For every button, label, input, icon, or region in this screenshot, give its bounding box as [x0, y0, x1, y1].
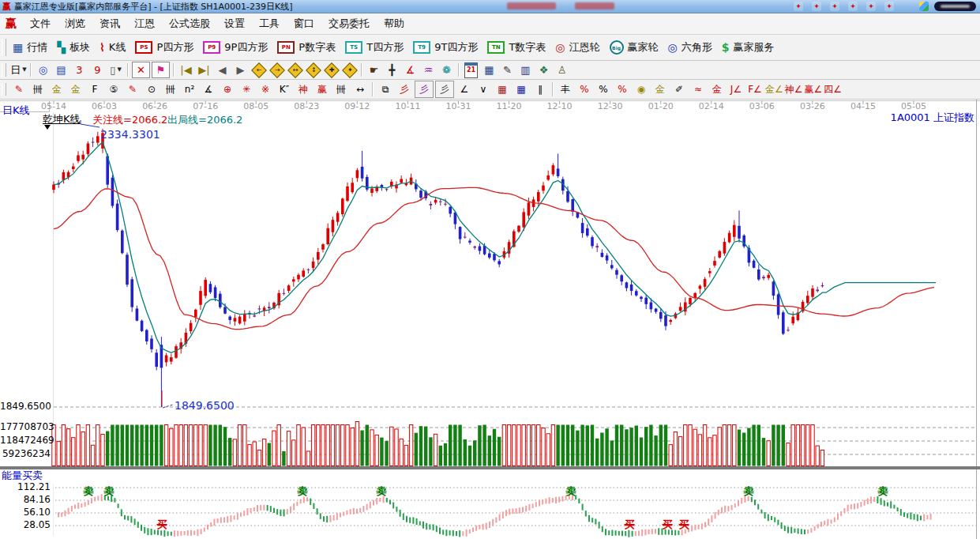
pen-one-icon[interactable]: ✐	[670, 81, 688, 97]
menu-窗口[interactable]: 窗口	[287, 15, 321, 32]
gann-diamond-cross-icon[interactable]: ✚	[323, 62, 340, 77]
toolbar-grip[interactable]	[2, 63, 6, 76]
fan-box2-icon[interactable]: 彡	[435, 81, 454, 98]
calendar-icon[interactable]: 21	[463, 62, 479, 77]
gann-diamond-right-icon[interactable]: →	[268, 62, 285, 77]
menu-公式选股[interactable]: 公式选股	[162, 15, 217, 32]
shen-angle-icon[interactable]: 神∠	[785, 81, 803, 97]
remote-user-icon[interactable]: ♙	[554, 62, 570, 77]
wave-tool-icon[interactable]: ♒	[420, 62, 437, 77]
titlebar-red-icon[interactable]: ✦	[866, 2, 876, 11]
qiankun-dropdown-arrow-icon[interactable]	[44, 125, 51, 130]
gann-diamond-star-icon[interactable]: ✦	[341, 62, 358, 77]
j-angle-icon[interactable]: J∠	[727, 81, 745, 97]
last-page-icon[interactable]: ▶|	[196, 62, 212, 77]
menu-资讯[interactable]: 资讯	[92, 15, 127, 32]
info-doc-icon[interactable]: ▤	[53, 62, 69, 77]
menu-帮助[interactable]: 帮助	[377, 15, 411, 32]
gann-diamond-lr-icon[interactable]: ↔	[287, 62, 303, 77]
notes-icon[interactable]: ✎	[499, 62, 516, 77]
box-range-icon[interactable]: ⧉	[377, 81, 394, 97]
crosshair-icon[interactable]: ╋	[384, 62, 400, 77]
trend-chart-icon[interactable]: ◎	[35, 62, 51, 77]
rice-grid-icon[interactable]: ※	[257, 81, 274, 97]
bars-9-icon[interactable]: 9	[89, 62, 106, 77]
winner-service-button[interactable]: $赢家服务	[719, 37, 781, 58]
gann-fan-icon[interactable]: 彡	[396, 81, 413, 97]
kline-button[interactable]: ⌇K线	[96, 37, 132, 58]
menu-工具[interactable]: 工具	[252, 15, 287, 32]
angle-measure-icon[interactable]: ∡	[402, 62, 419, 77]
gold-circle-icon[interactable]: ◉	[633, 81, 650, 97]
menu-交易委托[interactable]: 交易委托	[321, 15, 377, 32]
percent-line-icon[interactable]: %	[576, 81, 593, 97]
p9-square-button[interactable]: P99P四方形	[200, 37, 274, 58]
titlebar-red-icon[interactable]: ✦	[812, 2, 821, 11]
titlebar-status-pill[interactable]	[934, 2, 976, 11]
five-cycle-icon[interactable]: ⑤	[105, 81, 122, 97]
page-back-icon[interactable]: ◀	[214, 62, 231, 77]
grid-fill-icon[interactable]: ▦	[494, 81, 511, 97]
tab-day-kline[interactable]: 日K线	[2, 104, 30, 118]
n-squared-icon[interactable]: n²	[181, 81, 198, 97]
menu-设置[interactable]: 设置	[217, 15, 252, 32]
network-icon[interactable]: ❖	[535, 62, 552, 77]
titlebar-red-icon[interactable]: ✦	[794, 2, 803, 11]
angle-mirror-icon[interactable]: ∡	[200, 81, 217, 97]
grid-lines-icon[interactable]: 卌	[29, 81, 47, 97]
bars-3-icon[interactable]: 3	[71, 62, 88, 77]
t9-square-button[interactable]: T99T四方形	[410, 37, 484, 58]
gann-wheel-button[interactable]: ◎江恩轮	[552, 37, 606, 58]
period-day-dropdown[interactable]: 日▼	[10, 62, 27, 77]
hexagon-button[interactable]: ◎六角形	[665, 37, 719, 58]
flag-tool-icon[interactable]: ⚑	[152, 62, 170, 78]
toolbar-grip[interactable]	[2, 39, 6, 56]
gann-bars-icon[interactable]: 丰	[557, 81, 574, 97]
hand-tool-icon[interactable]: ☛	[366, 62, 382, 77]
percent-eq-icon[interactable]: %	[614, 81, 631, 97]
winner-wheel-button[interactable]: Big赢家轮	[606, 37, 665, 58]
menu-文件[interactable]: 文件	[23, 15, 58, 32]
v-wave-icon[interactable]: ∨	[475, 81, 492, 97]
save-icon[interactable]: ▥	[517, 62, 534, 77]
percent-icon[interactable]: %	[595, 81, 612, 97]
sector-blocks-button[interactable]: ▚板块	[54, 37, 96, 58]
candle-type-dropdown[interactable]: ▯▼	[107, 62, 124, 77]
toolbar-grip[interactable]	[2, 83, 6, 96]
parallel-lines-icon[interactable]: ∥	[531, 81, 549, 97]
delete-tool-icon[interactable]: ✕	[132, 62, 150, 78]
gold-level-icon[interactable]: 金	[651, 81, 669, 97]
price-chart-canvas[interactable]	[0, 100, 980, 539]
gann-diamond-ud-icon[interactable]: ↕	[305, 62, 321, 77]
f-grid-icon[interactable]: F	[86, 81, 103, 97]
cycle-tool-icon[interactable]: ❁	[438, 62, 455, 77]
shen-grid-icon[interactable]: 神	[295, 81, 312, 97]
brush-grid-icon[interactable]: ✎	[124, 81, 141, 97]
titlebar-red-icon[interactable]: ✦	[884, 2, 894, 11]
gold-angle-icon[interactable]: 金∠	[765, 81, 783, 97]
titlebar-app-icon[interactable]	[919, 2, 929, 11]
gold-grid-icon[interactable]: 金	[48, 81, 66, 97]
menu-江恩[interactable]: 江恩	[127, 15, 162, 32]
p-number-button[interactable]: PNP数字表	[274, 37, 342, 58]
ying-grid-icon[interactable]: 赢	[314, 81, 331, 97]
extend-arrows-icon[interactable]: ↔	[351, 81, 369, 97]
menu-浏览[interactable]: 浏览	[58, 15, 92, 32]
target-cross-icon[interactable]: ⊕	[219, 81, 236, 97]
f-angle-icon[interactable]: F∠	[746, 81, 764, 97]
calculator-icon[interactable]: ▦	[481, 62, 498, 77]
grid-lines2-icon[interactable]: 卌	[162, 81, 179, 97]
angle-line-icon[interactable]: ∠	[456, 81, 473, 97]
circle-cycle-icon[interactable]: ⊙	[143, 81, 160, 97]
t-square-button[interactable]: TST四方形	[342, 37, 410, 58]
t-number-button[interactable]: TNT数字表	[484, 37, 552, 58]
ruler-123-icon[interactable]: 卌	[332, 81, 350, 97]
p-square-button[interactable]: PSP四方形	[132, 37, 200, 58]
k-quote-icon[interactable]: K″	[276, 81, 293, 97]
brush-tool-icon[interactable]: ✎	[10, 81, 28, 97]
page-forward-icon[interactable]: ▶	[232, 62, 249, 77]
titlebar-red-icon[interactable]: ✦	[848, 2, 858, 11]
titlebar-red-icon[interactable]: ✦	[830, 2, 839, 11]
title-bar[interactable]: 赢 赢家江恩专业版[赢家内部服务平台] - [上证指数 SH1A0001-239…	[0, 0, 980, 13]
grid-fill2-icon[interactable]: ▦	[513, 81, 530, 97]
